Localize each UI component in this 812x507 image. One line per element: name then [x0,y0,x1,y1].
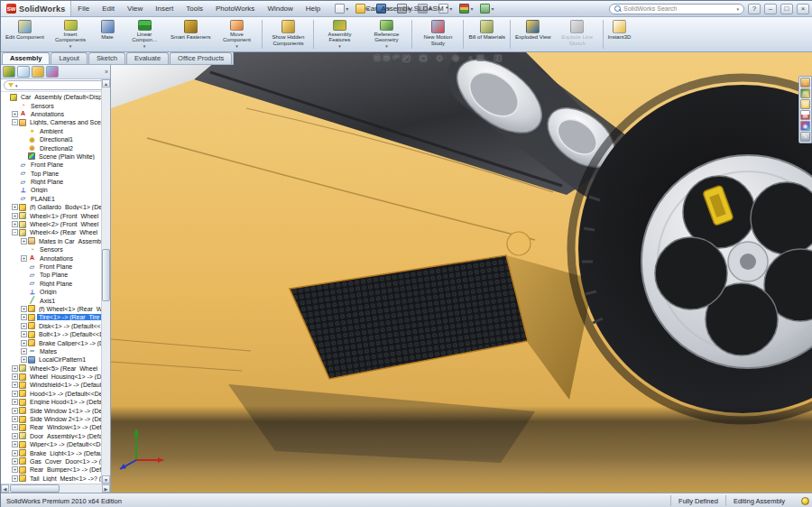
tree-item[interactable]: +Windshield<1> -> (Default<< [1,381,110,389]
tree-item[interactable]: +Side Window 1<1> -> (Defaul [1,406,110,414]
tree-item[interactable]: +Bolt<1> -> (Default<<Def [1,330,110,338]
expand-toggle-icon[interactable]: + [21,306,27,312]
property-manager-tab[interactable] [17,66,30,78]
scroll-up-icon[interactable]: ▲ [102,79,110,88]
file-explorer-tab[interactable]: ▨ [800,99,810,109]
tree-item[interactable]: +Rear_Bumper<1> -> (Default< [1,466,110,474]
tree-item[interactable]: Car_Assembly (Default<Display S [1,93,110,101]
new-motion-study-button[interactable]: New Motion Study [414,18,461,51]
bill-of-materials-button[interactable]: Bill of Materials [466,18,508,51]
tree-item[interactable]: +Wheel<2> (Front_Wheel_Asse [1,220,110,228]
expand-toggle-icon[interactable]: + [12,433,18,439]
display-style-icon[interactable]: ◈ [436,53,444,62]
menu-photoworks[interactable]: PhotoWorks [209,1,261,16]
view-palette-tab[interactable]: ▦ [800,110,810,120]
tree-filter-input[interactable]: ▾ [4,80,107,90]
tree-item[interactable]: +Wheel<5> (Rear_Wheel_Assen [1,364,110,373]
instant3d-button[interactable]: Instant3D [605,18,634,51]
tree-item[interactable]: +Brake Caliper<1> -> (Defa [1,338,110,346]
tree-item[interactable]: ▱Right Plane [1,178,110,186]
tree-item[interactable]: +Side Window 2<1> -> (Defaul [1,415,110,423]
move-component-button[interactable]: Move Component▾ [213,18,260,51]
dropdown-icon[interactable]: ▾ [411,55,414,60]
tree-vertical-scrollbar[interactable]: ▲ ▼ [101,79,110,484]
scroll-right-icon[interactable]: ▶ [102,484,110,493]
tree-item[interactable]: +Engine Hood<1> -> (Default< [1,398,110,406]
dropdown-icon[interactable]: ▾ [235,43,238,51]
tree-item[interactable]: ╱Axis1 [1,296,110,304]
tab-assembly[interactable]: Assembly [2,52,50,64]
dropdown-icon[interactable]: ▾ [429,55,431,60]
expand-toggle-icon[interactable]: + [12,365,18,372]
expand-toggle-icon[interactable]: + [12,111,18,117]
tree-item[interactable]: +Gas_Cover_Door<1> -> (Defa [1,457,110,466]
tree-item[interactable]: +∞Mates [1,347,110,355]
search-input[interactable]: SolidWorks Search ▾ [609,4,744,14]
expand-toggle-icon[interactable]: + [12,416,18,422]
expand-toggle-icon[interactable]: + [12,221,18,227]
tab-sketch[interactable]: Sketch [88,52,125,64]
tree-item[interactable]: +LocalCirPattern1 [1,355,110,364]
maximize-button[interactable]: □ [780,4,793,14]
design-library-tab[interactable]: ▤ [800,88,810,98]
tree-horizontal-scrollbar[interactable]: ◀ ▶ [1,484,110,493]
rebuild-button[interactable]: ▾ [457,3,475,15]
tree-item[interactable]: ●Ambient [1,127,110,135]
reference-geometry-button[interactable]: Reference Geometry▾ [363,18,410,51]
tree-item[interactable]: ▱PLANE1 [1,195,110,203]
previous-view-icon[interactable]: ↶ [392,53,401,62]
tree-item[interactable]: +Brake_Light<1> -> (Default<< [1,448,110,456]
expand-toggle-icon[interactable]: + [12,424,18,430]
mate-button[interactable]: Mate [94,18,121,51]
tree-item[interactable]: +AAnnotations [1,110,110,118]
tree-item[interactable]: +Wheel<1> (Front_Wheel_Asse [1,211,110,219]
tree-item[interactable]: +Door_Assembly<1> (Default< [1,432,110,440]
expand-toggle-icon[interactable]: + [12,391,18,397]
tree-item[interactable]: ◔Sensors [1,101,110,109]
select-button[interactable]: ▾ [436,3,455,15]
options-button[interactable]: ▾ [477,3,496,15]
dropdown-icon[interactable]: ▾ [385,43,388,51]
dropdown-icon[interactable]: ▾ [69,43,72,51]
expand-toggle-icon[interactable]: + [21,348,27,355]
undo-button[interactable]: ▾ [415,3,434,15]
expand-toggle-icon[interactable]: + [12,475,18,482]
save-button[interactable]: ▾ [374,3,392,15]
tab-evaluate[interactable]: Evaluate [126,52,169,64]
view-settings-icon[interactable]: ◨ [493,53,503,62]
dropdown-icon[interactable]: ▾ [461,55,464,60]
tree-item[interactable]: +Tail_Light_Mesh<1> ->? (Defa [1,475,110,483]
expand-toggle-icon[interactable]: + [21,323,27,329]
new-button[interactable]: ▾ [332,3,351,15]
tree-item[interactable]: ▱Front Plane [1,263,110,271]
menu-help[interactable]: Help [300,1,327,16]
search-dropdown-icon[interactable]: ▾ [736,6,739,12]
expand-toggle-icon[interactable]: + [12,373,18,380]
print-button[interactable]: ▾ [394,3,413,15]
minimize-button[interactable]: – [764,4,777,14]
display-manager-tab[interactable] [46,66,59,78]
tree-item[interactable]: +Mates in Car_Assembly [1,237,110,245]
tree-item[interactable]: +AAnnotations [1,254,110,262]
expand-toggle-icon[interactable]: + [21,340,27,346]
expand-toggle-icon[interactable]: − [12,119,18,125]
section-view-icon[interactable]: ◪ [401,53,411,62]
tree-item[interactable]: +(f) Gallardo_Body<1> (Default [1,203,110,211]
expand-toggle-icon[interactable]: + [12,408,18,414]
view-orientation-icon[interactable]: ▣ [419,53,429,62]
quick-tips-icon[interactable] [801,497,809,505]
scrollbar-thumb[interactable] [10,484,60,493]
dropdown-icon[interactable]: ▾ [485,55,488,60]
menu-window[interactable]: Window [261,1,299,16]
tree-item[interactable]: ◔Sensors [1,245,110,254]
tree-item[interactable]: +Rear_Window<1> -> (Default- [1,423,110,431]
expand-toggle-icon[interactable]: + [21,255,27,262]
tree-item[interactable]: ▱Top Plane [1,170,110,178]
expand-toggle-icon[interactable]: + [21,356,27,363]
tree-item[interactable]: ⊥Origin [1,288,110,296]
tree-item[interactable]: ◉Directional1 [1,135,110,143]
insert-components-button[interactable]: Insert Components▾ [47,18,94,51]
menu-file[interactable]: File [71,1,96,16]
scrollbar-thumb[interactable] [102,249,110,301]
tree-item[interactable]: −Wheel<4> (Rear_Wheel_Assen [1,228,110,236]
